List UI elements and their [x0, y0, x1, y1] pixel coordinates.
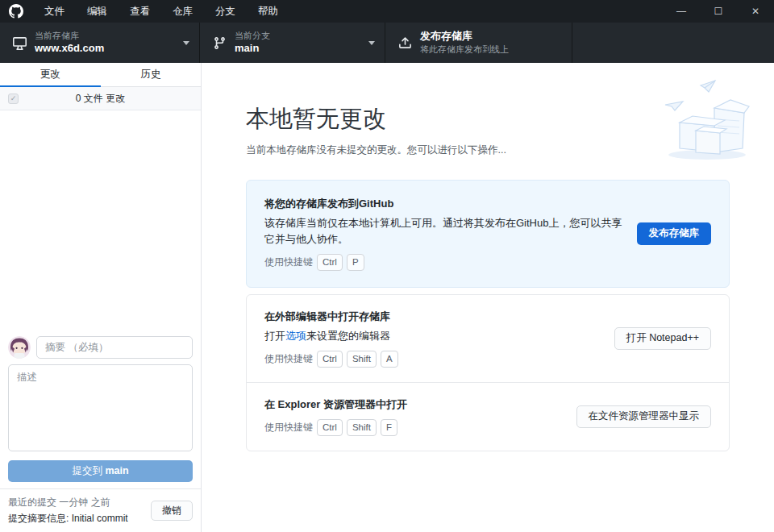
editor-card-title: 在外部编辑器中打开存储库 [264, 310, 601, 324]
sidebar: 更改 历史 ✓ 0 文件 更改 [0, 63, 202, 532]
show-in-explorer-button[interactable]: 在文件资源管理器中显示 [576, 405, 712, 428]
menu-help[interactable]: 帮助 [247, 0, 289, 23]
recent-commit-text: 最近的提交 一分钟 之前 提交摘要信息: Initial commit [8, 496, 144, 526]
window-controls: — ☐ ✕ [663, 0, 774, 23]
commit-button-branch: main [105, 465, 128, 476]
repo-label: 当前存储库 [35, 30, 177, 41]
maximize-icon[interactable]: ☐ [700, 0, 737, 23]
select-all-checkbox[interactable]: ✓ [8, 94, 19, 104]
minimize-icon[interactable]: — [663, 0, 700, 23]
publish-card-title: 将您的存储库发布到GitHub [264, 197, 624, 211]
menu-file[interactable]: 文件 [33, 0, 76, 23]
boxes-illustration [654, 77, 763, 165]
chevron-down-icon [183, 41, 189, 45]
changed-files-summary-row: ✓ 0 文件 更改 [0, 87, 201, 110]
kbd-shift: Shift [347, 419, 377, 436]
open-in-explorer-row: 在 Explorer 资源管理器中打开 使用快捷键 Ctrl Shift F 在… [247, 382, 729, 451]
branch-name: main [235, 42, 362, 56]
branch-label: 当前分支 [235, 30, 362, 41]
commit-form: 提交到 main [0, 328, 201, 488]
kbd-ctrl: Ctrl [317, 419, 343, 436]
toolbar: 当前存储库 www.x6d.com 当前分支 main 发布存储库 将此存储库发… [0, 23, 774, 63]
repo-text: 当前存储库 www.x6d.com [35, 30, 177, 55]
undo-button[interactable]: 撤销 [151, 501, 193, 521]
files-changed-count: 0 文件 更改 [0, 92, 201, 106]
kbd-ctrl: Ctrl [317, 351, 343, 368]
close-icon[interactable]: ✕ [737, 0, 774, 23]
publish-card: 将您的存储库发布到GitHub 该存储库当前仅在本地计算机上可用。通过将其发布在… [246, 180, 730, 288]
shortcut-label: 使用快捷键 [264, 421, 313, 434]
recent-commit-summary: 提交摘要信息: Initial commit [8, 512, 144, 526]
tab-history[interactable]: 历史 [101, 63, 202, 86]
explorer-card-text: 在 Explorer 资源管理器中打开 使用快捷键 Ctrl Shift F [264, 397, 576, 436]
changes-list-empty [0, 110, 201, 328]
commit-description-textarea[interactable] [8, 364, 193, 451]
shortcut-label: 使用快捷键 [264, 352, 313, 366]
publish-card-shortcut: 使用快捷键 Ctrl P [264, 254, 624, 271]
editor-card-shortcut: 使用快捷键 Ctrl Shift A [264, 351, 601, 368]
commit-summary-row [8, 336, 193, 359]
kbd-p: P [347, 254, 364, 271]
menu-repository[interactable]: 仓库 [161, 0, 204, 23]
chevron-down-icon [368, 41, 375, 45]
github-desktop-window: 文件 编辑 查看 仓库 分支 帮助 — ☐ ✕ 当前存储库 www.x6d.co… [0, 0, 774, 532]
branch-text: 当前分支 main [235, 30, 362, 55]
sidebar-tabs: 更改 历史 [0, 63, 201, 87]
github-logo-icon [9, 4, 23, 19]
tab-changes[interactable]: 更改 [0, 63, 101, 86]
computer-icon [13, 36, 27, 50]
main-panel: 本地暂无更改 当前本地存储库没有未提交的更改。您可以进行以下操作... 将您的存… [202, 63, 774, 532]
menu-branch[interactable]: 分支 [204, 0, 247, 23]
explorer-card-title: 在 Explorer 资源管理器中打开 [264, 397, 564, 412]
menu-view[interactable]: 查看 [119, 0, 161, 23]
title-bar: 文件 编辑 查看 仓库 分支 帮助 — ☐ ✕ [0, 0, 774, 23]
commit-summary-input[interactable] [36, 336, 193, 359]
publish-card-body: 该存储库当前仅在本地计算机上可用。通过将其发布在GitHub上，您可以共享它并与… [264, 215, 624, 247]
options-link[interactable]: 选项 [285, 330, 306, 342]
recent-commit-time: 最近的提交 一分钟 之前 [8, 496, 144, 509]
explorer-card-shortcut: 使用快捷键 Ctrl Shift F [264, 419, 564, 436]
open-in-editor-button[interactable]: 打开 Notepad++ [614, 327, 711, 350]
actions-card-group: 在外部编辑器中打开存储库 打开选项来设置您的编辑器 使用快捷键 Ctrl Shi… [246, 294, 730, 451]
commit-button-prefix: 提交到 [72, 465, 105, 476]
commit-to-main-button[interactable]: 提交到 main [8, 460, 193, 482]
kbd-a: A [381, 351, 398, 368]
menu-bar: 文件 编辑 查看 仓库 分支 帮助 [33, 0, 289, 23]
kbd-f: F [381, 419, 397, 436]
editor-card-text: 在外部编辑器中打开存储库 打开选项来设置您的编辑器 使用快捷键 Ctrl Shi… [264, 310, 614, 368]
current-repository-dropdown[interactable]: 当前存储库 www.x6d.com [0, 23, 200, 63]
editor-card-body: 打开选项来设置您的编辑器 [264, 328, 601, 344]
publish-repository-button[interactable]: 发布存储库 [637, 222, 712, 245]
kbd-shift: Shift [347, 351, 377, 368]
publish-text: 发布存储库 将此存储库发布到线上 [420, 30, 562, 55]
content-area: 更改 历史 ✓ 0 文件 更改 [0, 63, 774, 532]
publish-card-text: 将您的存储库发布到GitHub 该存储库当前仅在本地计算机上可用。通过将其发布在… [264, 197, 637, 271]
menu-edit[interactable]: 编辑 [76, 0, 119, 23]
publish-repository-toolbar-button[interactable]: 发布存储库 将此存储库发布到线上 [385, 23, 572, 63]
avatar [8, 336, 31, 359]
git-branch-icon [213, 36, 227, 50]
kbd-ctrl: Ctrl [317, 254, 343, 271]
open-in-editor-row: 在外部编辑器中打开存储库 打开选项来设置您的编辑器 使用快捷键 Ctrl Shi… [247, 295, 729, 382]
repo-name: www.x6d.com [35, 42, 177, 56]
publish-subtitle: 将此存储库发布到线上 [420, 44, 562, 55]
current-branch-dropdown[interactable]: 当前分支 main [200, 23, 385, 63]
recent-commit-section: 最近的提交 一分钟 之前 提交摘要信息: Initial commit 撤销 [0, 488, 201, 532]
shortcut-label: 使用快捷键 [264, 256, 313, 269]
publish-title: 发布存储库 [420, 30, 562, 44]
upload-icon [398, 36, 412, 50]
